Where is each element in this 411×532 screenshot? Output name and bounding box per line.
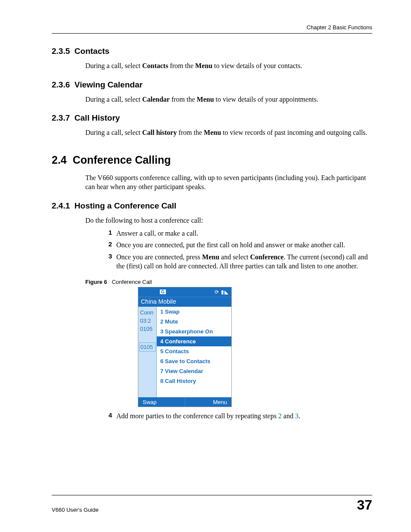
phone-menu-item: 1 Swap bbox=[157, 307, 231, 317]
step-text: Answer a call, or make a call. bbox=[116, 229, 198, 238]
phone-left-panel: Conn 03:2 0105 0105 bbox=[138, 307, 156, 397]
heading-title: Hosting a Conference Call bbox=[75, 201, 177, 210]
phone-menu-item: 2 Mute bbox=[157, 317, 231, 327]
phone-menu-item: 8 Call History bbox=[157, 376, 231, 386]
phone-menu-item: 7 View Calendar bbox=[157, 366, 231, 376]
text: During a call, select bbox=[85, 96, 142, 103]
heading-2-3-6: 2.3.6 Viewing Calendar bbox=[52, 80, 372, 90]
step-text: Once you are connected, press Menu and s… bbox=[116, 252, 372, 271]
phone-body: Conn 03:2 0105 0105 1 Swap2 Mute3 Speake… bbox=[138, 307, 231, 397]
bold-text: Conference bbox=[250, 253, 284, 261]
figure-title: Conference Call bbox=[112, 279, 152, 285]
signal-icons: ⟳ ▮◣ bbox=[215, 289, 229, 295]
heading-2-3-7: 2.3.7 Call History bbox=[52, 113, 372, 123]
header-rule bbox=[52, 33, 372, 34]
paragraph-2-3-7: During a call, select Call history from … bbox=[85, 128, 372, 137]
bold-text: Calendar bbox=[142, 96, 170, 103]
phone-softkeys: Swap Menu bbox=[138, 397, 231, 407]
heading-num: 2.3.6 bbox=[52, 80, 70, 89]
heading-title: Call History bbox=[75, 113, 120, 122]
step-link-2[interactable]: 2 bbox=[278, 412, 282, 420]
text: and bbox=[282, 412, 295, 420]
paragraph-2-3-5: During a call, select Contacts from the … bbox=[85, 61, 372, 71]
phone-menu-item: 4 Conference bbox=[157, 336, 231, 346]
footer-rule bbox=[52, 495, 372, 495]
heading-num: 2.3.5 bbox=[52, 47, 70, 56]
steps-list: 1 Answer a call, or make a call. 2 Once … bbox=[103, 229, 372, 271]
heading-num: 2.4 bbox=[52, 154, 67, 166]
heading-num: 2.4.1 bbox=[52, 201, 70, 210]
heading-num: 2.3.7 bbox=[52, 113, 70, 122]
call-number-2: 0105 bbox=[139, 342, 156, 352]
step-3: 3 Once you are connected, press Menu and… bbox=[103, 252, 372, 271]
text: Add more parties to the conference call … bbox=[116, 412, 278, 420]
paragraph-2-3-6: During a call, select Calendar from the … bbox=[85, 95, 372, 104]
page-number: 37 bbox=[357, 497, 372, 513]
heading-title: Viewing Calendar bbox=[75, 80, 143, 89]
footer-guide-name: V660 User's Guide bbox=[52, 507, 99, 513]
bold-text: Menu bbox=[204, 129, 221, 136]
text: from the bbox=[177, 129, 204, 136]
text: to view details of your appointments. bbox=[214, 96, 318, 103]
figure-label: Figure 6 bbox=[85, 279, 107, 285]
heading-2-3-5: 2.3.5 Contacts bbox=[52, 47, 372, 56]
step-number: 3 bbox=[103, 252, 112, 260]
phone-screenshot: G ⟳ ▮◣ China Mobile Conn 03:2 0105 0105 … bbox=[138, 287, 232, 407]
step-4: 4 Add more parties to the conference cal… bbox=[103, 411, 372, 421]
step-link-3[interactable]: 3 bbox=[295, 412, 299, 420]
bold-text: Contacts bbox=[142, 62, 168, 69]
softkey-right: Menu bbox=[185, 398, 232, 407]
page-footer: V660 User's Guide 37 bbox=[52, 495, 372, 513]
heading-title: Contacts bbox=[75, 47, 109, 56]
chapter-header: Chapter 2 Basic Functions bbox=[52, 24, 372, 31]
heading-2-4: 2.4 Conference Calling bbox=[52, 154, 372, 166]
phone-menu-item: 6 Save to Contacts bbox=[157, 356, 231, 366]
text: Once you are connected, press bbox=[116, 253, 202, 261]
bold-text: Menu bbox=[195, 62, 212, 69]
softkey-left: Swap bbox=[138, 398, 185, 407]
phone-menu-item: 5 Contacts bbox=[157, 346, 231, 356]
call-status: Conn bbox=[138, 308, 156, 317]
text: and select bbox=[219, 253, 250, 261]
step-number: 4 bbox=[103, 411, 112, 419]
step-number: 2 bbox=[103, 240, 112, 248]
text: During a call, select bbox=[85, 129, 142, 136]
phone-carrier: China Mobile bbox=[138, 297, 231, 307]
phone-menu-item: 3 Speakerphone On bbox=[157, 327, 231, 336]
step-2: 2 Once you are connected, put the first … bbox=[103, 240, 372, 250]
text: from the bbox=[168, 62, 195, 69]
bold-text: Menu bbox=[202, 253, 219, 261]
heading-2-4-1: 2.4.1 Hosting a Conference Call bbox=[52, 201, 372, 211]
text: to view records of past incoming and out… bbox=[221, 129, 367, 136]
text: . bbox=[299, 412, 300, 420]
text: During a call, select bbox=[85, 62, 142, 69]
call-number-1: 0105 bbox=[138, 325, 156, 333]
paragraph-2-4: The V660 supports conference calling, wi… bbox=[85, 173, 372, 192]
figure-phone: G ⟳ ▮◣ China Mobile Conn 03:2 0105 0105 … bbox=[138, 287, 372, 407]
heading-title: Conference Calling bbox=[73, 154, 171, 166]
phone-status-bar: G ⟳ ▮◣ bbox=[138, 287, 231, 297]
step-text: Once you are connected, put the first ca… bbox=[116, 240, 345, 250]
text: to view details of your contacts. bbox=[212, 62, 302, 69]
call-time: 03:2 bbox=[138, 317, 156, 325]
figure-caption: Figure 6 Conference Call bbox=[85, 279, 372, 285]
paragraph-2-4-1-intro: Do the following to host a conference ca… bbox=[85, 216, 372, 225]
step-number: 1 bbox=[103, 229, 112, 236]
bold-text: Call history bbox=[142, 129, 177, 136]
gprs-icon: G bbox=[160, 289, 166, 294]
step-1: 1 Answer a call, or make a call. bbox=[103, 229, 372, 238]
step-text: Add more parties to the conference call … bbox=[116, 411, 300, 421]
bold-text: Menu bbox=[197, 96, 214, 103]
phone-menu: 1 Swap2 Mute3 Speakerphone On4 Conferenc… bbox=[156, 307, 231, 397]
text: from the bbox=[170, 96, 197, 103]
